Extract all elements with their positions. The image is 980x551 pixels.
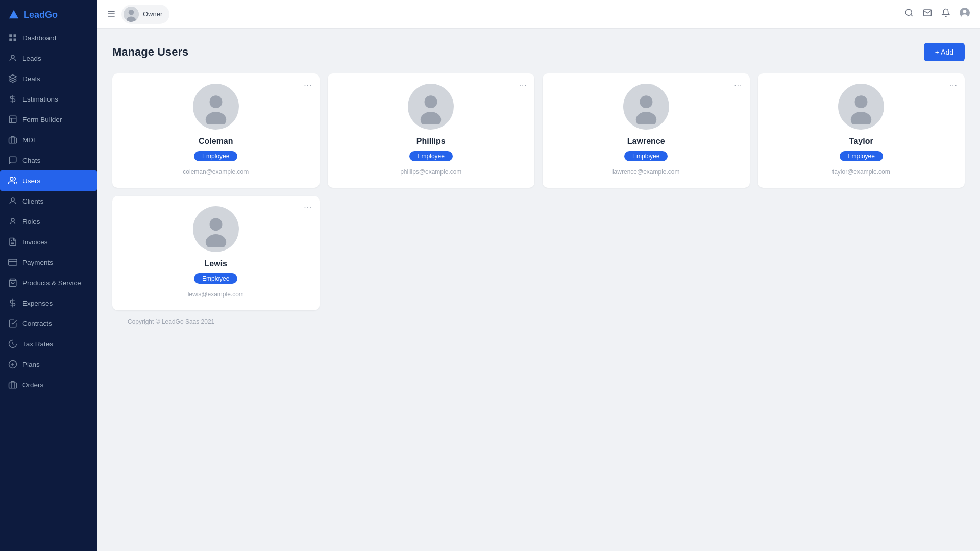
avatar-lewis xyxy=(193,206,239,252)
svg-point-36 xyxy=(425,95,437,108)
card-menu-phillips[interactable]: ··· xyxy=(519,81,527,90)
sidebar-nav: Dashboard Leads Deals Estimations Form B… xyxy=(0,28,97,551)
sidebar-item-clients[interactable]: Clients xyxy=(0,191,97,211)
sidebar-label-users: Users xyxy=(22,177,40,185)
owner-avatar-img xyxy=(124,7,139,22)
svg-rect-16 xyxy=(9,259,17,265)
tax-rates-icon xyxy=(8,339,17,348)
page-header: Manage Users + Add xyxy=(112,43,965,61)
user-role-phillips: Employee xyxy=(409,151,453,161)
sidebar-item-form-builder[interactable]: Form Builder xyxy=(0,109,97,130)
empty-slot-2 xyxy=(543,196,750,310)
sidebar-label-estimations: Estimations xyxy=(22,95,58,103)
sidebar-item-leads[interactable]: Leads xyxy=(0,48,97,68)
sidebar-item-users[interactable]: Users xyxy=(0,170,97,191)
form-builder-icon xyxy=(8,115,17,124)
sidebar-item-payments[interactable]: Payments xyxy=(0,252,97,272)
owner-pill[interactable]: Owner xyxy=(121,5,169,24)
svg-line-28 xyxy=(911,14,912,16)
sidebar-item-mdf[interactable]: MDF xyxy=(0,130,97,150)
sidebar-item-expenses[interactable]: Expenses xyxy=(0,293,97,313)
avatar-phillips xyxy=(408,84,454,130)
avatar-lawrence xyxy=(623,84,669,130)
svg-point-30 xyxy=(963,10,967,13)
sidebar-item-deals[interactable]: Deals xyxy=(0,68,97,89)
card-menu-taylor[interactable]: ··· xyxy=(949,81,958,90)
owner-avatar xyxy=(124,7,139,22)
sidebar-item-chats[interactable]: Chats xyxy=(0,150,97,170)
svg-rect-23 xyxy=(9,383,17,388)
sidebar-label-invoices: Invoices xyxy=(22,238,48,246)
users-grid-row2: ··· Lewis Employee lewis@example.com xyxy=(112,196,965,310)
user-account-icon[interactable] xyxy=(960,8,970,20)
avatar-img-lawrence xyxy=(628,89,664,124)
card-menu-coleman[interactable]: ··· xyxy=(304,81,312,90)
owner-label: Owner xyxy=(143,10,162,18)
app-logo[interactable]: LeadGo xyxy=(0,0,97,28)
svg-rect-1 xyxy=(9,34,12,37)
leads-icon xyxy=(8,54,17,63)
empty-slot-3 xyxy=(758,196,965,310)
search-icon[interactable] xyxy=(904,8,914,20)
user-name-lawrence: Lawrence xyxy=(627,137,665,146)
page-title: Manage Users xyxy=(112,45,188,59)
user-name-coleman: Coleman xyxy=(199,137,233,146)
sidebar-label-plans: Plans xyxy=(22,361,40,368)
menu-icon[interactable]: ☰ xyxy=(107,9,115,20)
avatar-img-coleman xyxy=(198,89,234,124)
contracts-icon xyxy=(8,319,17,328)
sidebar-item-estimations[interactable]: Estimations xyxy=(0,89,97,109)
user-email-lewis: lewis@example.com xyxy=(188,291,244,298)
svg-point-33 xyxy=(209,95,222,108)
user-role-taylor: Employee xyxy=(840,151,883,161)
sidebar-item-plans[interactable]: Plans xyxy=(0,354,97,374)
chats-icon xyxy=(8,156,17,165)
footer: Copyright © LeadGo Saas 2021 xyxy=(112,310,965,334)
sidebar-label-orders: Orders xyxy=(22,381,43,389)
users-icon xyxy=(8,176,17,185)
user-role-lewis: Employee xyxy=(194,273,237,284)
svg-point-5 xyxy=(11,55,14,58)
user-card-coleman: ··· Coleman Employee coleman@example.com xyxy=(112,73,320,188)
user-card-phillips: ··· Phillips Employee phillips@example.c… xyxy=(328,73,535,188)
mail-icon[interactable] xyxy=(923,8,932,20)
sidebar-item-dashboard[interactable]: Dashboard xyxy=(0,28,97,48)
svg-rect-3 xyxy=(9,39,12,41)
add-user-button[interactable]: + Add xyxy=(924,43,965,61)
user-role-coleman: Employee xyxy=(194,151,237,161)
sidebar-label-roles: Roles xyxy=(22,218,40,226)
card-menu-lawrence[interactable]: ··· xyxy=(734,81,742,90)
user-role-lawrence: Employee xyxy=(624,151,668,161)
sidebar-label-payments: Payments xyxy=(22,259,53,266)
sidebar-item-roles[interactable]: Roles xyxy=(0,211,97,232)
sidebar-label-leads: Leads xyxy=(22,55,41,62)
sidebar-item-tax-rates[interactable]: Tax Rates xyxy=(0,334,97,354)
sidebar-item-orders[interactable]: Orders xyxy=(0,374,97,395)
estimations-icon xyxy=(8,94,17,104)
sidebar-item-invoices[interactable]: Invoices xyxy=(0,232,97,252)
header-icons xyxy=(904,8,970,20)
avatar-img-taylor xyxy=(843,89,879,124)
sidebar-label-dashboard: Dashboard xyxy=(22,34,56,42)
sidebar-label-tax-rates: Tax Rates xyxy=(22,340,53,348)
svg-point-39 xyxy=(640,95,652,108)
mdf-icon xyxy=(8,135,17,144)
products-icon xyxy=(8,278,17,287)
sidebar-label-deals: Deals xyxy=(22,75,40,83)
app-name: LeadGo xyxy=(23,10,58,20)
svg-point-25 xyxy=(129,10,134,15)
sidebar-label-mdf: MDF xyxy=(22,136,37,144)
payments-icon xyxy=(8,258,17,267)
card-menu-lewis[interactable]: ··· xyxy=(304,203,312,212)
deals-icon xyxy=(8,74,17,83)
sidebar-item-products-service[interactable]: Products & Service xyxy=(0,272,97,293)
sidebar-label-contracts: Contracts xyxy=(22,320,52,328)
sidebar-label-expenses: Expenses xyxy=(22,299,53,307)
svg-rect-2 xyxy=(14,34,16,37)
svg-point-13 xyxy=(11,218,14,221)
avatar-coleman xyxy=(193,84,239,130)
sidebar-label-products-service: Products & Service xyxy=(22,279,81,287)
sidebar-item-contracts[interactable]: Contracts xyxy=(0,313,97,334)
sidebar: LeadGo Dashboard Leads Deals Estimations… xyxy=(0,0,97,551)
bell-icon[interactable] xyxy=(941,8,950,20)
